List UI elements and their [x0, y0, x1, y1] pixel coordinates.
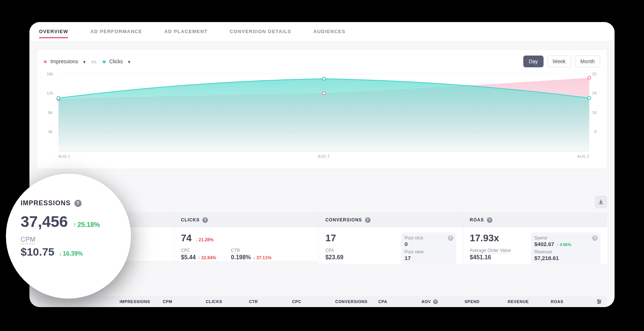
kpi-conversions-title: CONVERSIONS	[325, 217, 362, 223]
th-cpc[interactable]: CPC	[292, 299, 335, 304]
post-click-value: 0	[405, 241, 408, 247]
tab-overview[interactable]: OVERVIEW	[39, 22, 68, 41]
post-view-value: 17	[405, 255, 411, 261]
kpi-cpc-value: $5.44	[181, 254, 196, 261]
export-button[interactable]	[595, 196, 607, 208]
help-icon[interactable]: ?	[487, 217, 492, 223]
chart-svg: 16k 12k 8k 4k 32 24 16 8	[44, 70, 600, 166]
chart-card: Impressions ▼ vs. Clicks ▼ Day Week Mont…	[37, 49, 607, 169]
granularity-toggle: Day Week Month	[523, 56, 600, 67]
kpi-ctr-value: 0.198%	[231, 254, 251, 261]
post-click-label: Post click	[405, 235, 453, 241]
kpi-clicks-title: CLICKS	[181, 217, 200, 223]
tab-conversion-details[interactable]: CONVERSION DETAILS	[230, 22, 291, 41]
tab-audiences[interactable]: AUDIENCES	[313, 22, 345, 41]
ytick-left: 4k	[48, 129, 53, 134]
chevron-down-icon: ▼	[82, 60, 86, 64]
kpi-roas-breakdown: ? Spend $402.67 ↑4.66% Revenue $7,218.61	[531, 232, 601, 264]
th-roas[interactable]: ROAS	[551, 299, 594, 304]
th-aov[interactable]: AOV?	[421, 299, 464, 304]
ytick-left: 8k	[48, 110, 53, 115]
granularity-week[interactable]: Week	[547, 56, 572, 67]
kpi-cpa-value: $23.69	[325, 254, 343, 261]
series-a-dropdown[interactable]: Impressions ▼	[44, 58, 86, 64]
kpi-cpc-label: CPC	[181, 248, 190, 253]
help-icon[interactable]: ?	[202, 217, 208, 223]
kpi-cpc-delta: ↑32.94%	[198, 255, 216, 260]
ytick-right: 32	[592, 72, 597, 76]
ytick-right: 16	[592, 110, 597, 115]
download-icon	[598, 199, 604, 205]
xtick: AUG 2	[318, 154, 330, 159]
help-icon[interactable]: ?	[433, 299, 438, 304]
spend-label: Spend	[534, 235, 597, 241]
help-icon[interactable]: ?	[448, 235, 453, 241]
series-b-label: Clicks	[109, 58, 123, 64]
kpi-clicks-delta: ↓21.28%	[195, 237, 214, 242]
th-impressions[interactable]: IMPRESSIONS	[120, 299, 163, 304]
ytick-left: 12k	[47, 91, 53, 95]
granularity-day[interactable]: Day	[523, 56, 544, 67]
point-clicks	[588, 97, 591, 100]
kpi-roas-title: ROAS	[470, 217, 484, 223]
spend-value: $402.67	[534, 241, 554, 247]
ytick-right: 8	[594, 129, 597, 134]
kpi-aov-value: $451.16	[470, 254, 491, 261]
post-view-label: Post view	[405, 249, 453, 255]
area-clicks	[59, 79, 589, 151]
help-icon[interactable]: ?	[74, 200, 82, 207]
th-clicks[interactable]: CLICKS	[206, 299, 249, 304]
zoom-magnifier: IMPRESSIONS ? 37,456 ↑ 25.18% CPM $10.75…	[6, 174, 131, 299]
series-picker: Impressions ▼ vs. Clicks ▼	[44, 58, 131, 64]
zoom-cpm-delta: ↓ 16.39%	[59, 250, 83, 257]
revenue-label: Revenue	[534, 249, 597, 255]
revenue-value: $7,218.61	[534, 255, 559, 261]
series-b-color-dot	[103, 60, 106, 63]
kpi-roas-value: 17.93x	[470, 232, 499, 244]
point-impressions	[588, 76, 591, 79]
series-b-dropdown[interactable]: Clicks ▼	[103, 58, 131, 64]
sliders-icon	[596, 299, 602, 305]
ytick-left: 16k	[47, 72, 53, 76]
chevron-down-icon: ▼	[127, 60, 131, 64]
kpi-roas: ROAS ? 17.93x Average Order Value $451.1…	[463, 213, 607, 269]
th-cpa[interactable]: CPA	[378, 299, 421, 304]
xtick: AUG 3	[577, 154, 589, 159]
th-ctr[interactable]: CTR	[249, 299, 292, 304]
kpi-conversions-value: 17	[325, 232, 336, 244]
point-impressions	[322, 92, 325, 95]
kpi-cpa-label: CPA	[325, 248, 334, 253]
zoom-cpm-label: CPM	[21, 236, 35, 244]
kpi-ctr-label: CTR	[231, 248, 240, 253]
table-settings-button[interactable]	[594, 299, 602, 305]
help-icon[interactable]: ?	[365, 217, 371, 223]
th-revenue[interactable]: REVENUE	[508, 299, 551, 304]
kpi-conversions-breakdown: ? Post click 0 Post view 17	[401, 232, 456, 264]
zoom-impressions-delta: ↑ 25.18%	[73, 221, 100, 229]
tab-ad-performance[interactable]: AD PERFORMANCE	[90, 22, 142, 41]
kpi-clicks: CLICKS ? 74 ↓21.28% CPC $5.4	[174, 213, 318, 269]
point-clicks	[57, 97, 60, 100]
series-a-label: Impressions	[50, 58, 78, 64]
zoom-impressions-value: 37,456	[21, 213, 68, 231]
table-header: IMPRESSIONS CPM CLICKS CTR CPC CONVERSIO…	[37, 296, 607, 307]
xtick: AUG 1	[59, 154, 70, 159]
th-conversions[interactable]: CONVERSIONS	[335, 299, 378, 304]
help-icon[interactable]: ?	[592, 235, 598, 241]
kpi-clicks-value: 74	[181, 232, 192, 244]
point-clicks	[322, 77, 325, 80]
zoom-impressions-title: IMPRESSIONS	[21, 199, 71, 207]
series-vs-label: vs.	[91, 59, 98, 64]
kpi-ctr-delta: ↓37.11%	[253, 255, 272, 260]
spend-delta: ↑4.66%	[556, 242, 571, 247]
tabs-bar: OVERVIEW AD PERFORMANCE AD PLACEMENT CON…	[29, 22, 615, 41]
th-spend[interactable]: SPEND	[464, 299, 507, 304]
kpi-conversions: CONVERSIONS ? 17 CPA $23.69	[318, 213, 463, 269]
chart-plot: 16k 12k 8k 4k 32 24 16 8	[44, 70, 600, 166]
ytick-right: 24	[592, 91, 597, 95]
kpi-aov-label: Average Order Value	[470, 248, 511, 253]
granularity-month[interactable]: Month	[575, 56, 600, 67]
th-cpm[interactable]: CPM	[163, 299, 206, 304]
zoom-cpm-value: $10.75	[21, 246, 54, 258]
tab-ad-placement[interactable]: AD PLACEMENT	[164, 22, 208, 41]
